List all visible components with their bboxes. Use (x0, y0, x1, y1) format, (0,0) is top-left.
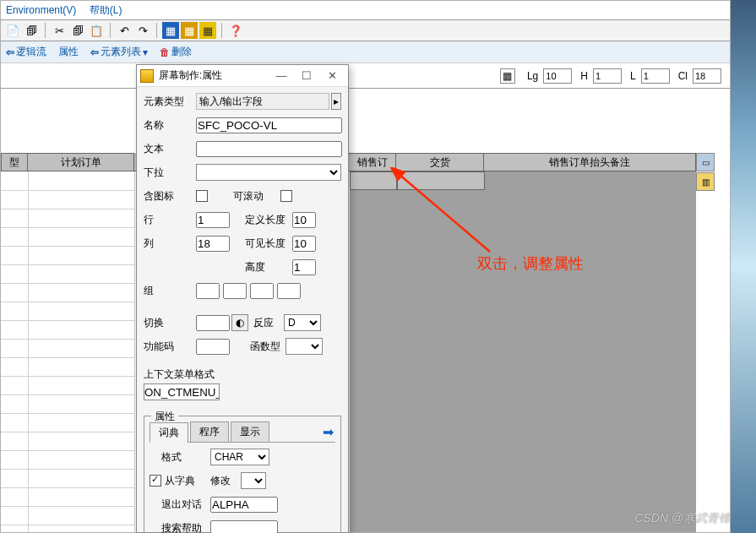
text-label: 文本 (144, 142, 196, 156)
col-sales-note[interactable]: 销售订单抬头备注 (484, 153, 696, 171)
tab-display[interactable]: 显示 (231, 422, 269, 442)
h-input[interactable] (593, 68, 622, 84)
modify-label: 修改 (210, 474, 241, 488)
toolbar-color-blue[interactable]: ▦ (162, 22, 179, 39)
lg-label: Lg (527, 70, 538, 82)
switch-input[interactable] (196, 315, 230, 331)
ctxmenu-input[interactable] (144, 383, 220, 400)
react-select[interactable]: D (284, 314, 321, 331)
format-label: 格式 (161, 450, 210, 465)
scrollable-label: 可滚动 (233, 189, 280, 204)
undo-icon[interactable]: ↶ (116, 22, 133, 39)
minimize-icon[interactable]: — (269, 68, 294, 84)
toolbar: 📄 🗐 ✂ 🗐 📋 ↶ ↷ ▦ ▦ ▦ ❓ (1, 19, 730, 41)
maximize-icon[interactable]: ☐ (294, 68, 319, 84)
search-label: 搜索帮助 (161, 521, 210, 534)
app-window: Environment(V) 帮助(L) 📄 🗐 ✂ 🗐 📋 ↶ ↷ ▦ ▦ ▦… (0, 0, 731, 533)
toolbar-color-orange[interactable]: ▦ (181, 22, 198, 39)
vislen-input[interactable] (292, 236, 316, 252)
height-label: 高度 (245, 260, 292, 275)
exit-label: 退出对话 (161, 498, 210, 512)
help-icon[interactable]: ❓ (227, 22, 244, 39)
name-label: 名称 (144, 118, 196, 133)
subbar-remove[interactable]: 🗑删除 (160, 45, 192, 59)
subbar-logic[interactable]: ⇦逻辑流 (6, 45, 46, 59)
toolbar-btn-2[interactable]: 🗐 (23, 22, 40, 39)
hasicon-label: 含图标 (144, 189, 196, 204)
name-input[interactable] (196, 117, 342, 133)
dialog-icon (140, 69, 154, 83)
ftype-label: 函数型 (250, 340, 286, 354)
tab-next-icon[interactable]: ➡ (323, 424, 335, 440)
menu-environment[interactable]: Environment(V) (6, 4, 76, 16)
group1-input[interactable] (196, 283, 220, 299)
group-label: 组 (144, 284, 196, 298)
subbar-attr[interactable]: 属性 (58, 45, 79, 59)
editor-canvas[interactable]: 型 计划订单 销售订 交货 销售订单抬头备注 ▭ ▥ (1, 92, 730, 532)
group3-input[interactable] (250, 283, 274, 299)
cut-icon[interactable]: ✂ (51, 22, 68, 39)
height-input[interactable] (292, 259, 316, 275)
l-label: L (630, 70, 636, 82)
menu-help[interactable]: 帮助(L) (90, 4, 122, 16)
redo-icon[interactable]: ↷ (134, 22, 151, 39)
properties-dialog: 屏幕制作:属性 — ☐ ✕ 元素类型 ▸ 名称 文本 下拉 含图标 可滚动 (136, 64, 349, 533)
dropdown-label: 下拉 (144, 166, 196, 180)
format-select[interactable]: CHAR (210, 449, 269, 465)
lg-input[interactable] (543, 68, 572, 84)
fromdict-label: 从字典 (165, 474, 210, 488)
col-sales-order[interactable]: 销售订 (349, 153, 396, 171)
modify-select[interactable] (241, 472, 266, 489)
vislen-label: 可见长度 (245, 237, 292, 251)
annotation-text: 双击，调整属性 (477, 253, 584, 274)
elem-type-label: 元素类型 (144, 95, 196, 109)
toolbar-color-yellow[interactable]: ▦ (199, 22, 216, 39)
hasicon-checkbox[interactable] (196, 190, 208, 202)
fcode-input[interactable] (196, 339, 230, 355)
fcode-label: 功能码 (144, 340, 196, 354)
dropdown-select[interactable] (196, 164, 341, 181)
col-label: 列 (144, 237, 196, 251)
col-input[interactable] (196, 236, 230, 252)
ftype-select[interactable] (286, 338, 323, 355)
deflen-input[interactable] (292, 212, 316, 228)
watermark: CSDN @寒武青锋 (634, 511, 731, 526)
close-icon[interactable]: ✕ (319, 68, 345, 84)
col-type[interactable]: 型 (1, 153, 28, 171)
tab-dictionary[interactable]: 词典 (150, 422, 188, 443)
toolbar-btn-1[interactable]: 📄 (4, 22, 21, 39)
deflen-label: 定义长度 (245, 213, 292, 227)
group2-input[interactable] (223, 283, 247, 299)
react-label: 反应 (253, 316, 284, 330)
col-plan-order[interactable]: 计划订单 (28, 153, 134, 171)
element-palette: ▭ ▥ (696, 153, 718, 192)
l-input[interactable] (641, 68, 670, 84)
scrollable-checkbox[interactable] (280, 190, 292, 202)
fromdict-checkbox[interactable] (150, 475, 161, 487)
text-input[interactable] (196, 141, 342, 157)
col-delivery[interactable]: 交货 (396, 153, 484, 171)
ctxmenu-label: 上下文菜单格式 (144, 367, 341, 382)
cl-label: Cl (678, 70, 688, 82)
tab-program[interactable]: 程序 (190, 422, 229, 442)
dialog-titlebar[interactable]: 屏幕制作:属性 — ☐ ✕ (137, 65, 348, 87)
copy-icon[interactable]: 🗐 (69, 22, 86, 39)
paste-icon[interactable]: 📋 (88, 22, 105, 39)
search-input[interactable] (210, 520, 278, 534)
cl-input[interactable] (693, 68, 721, 84)
switch-picker-icon[interactable]: ◐ (231, 314, 248, 331)
group4-input[interactable] (277, 283, 301, 299)
menubar: Environment(V) 帮助(L) (1, 1, 730, 19)
subbar-elemlist[interactable]: ⇦元素列表▾ (90, 45, 148, 59)
elem-type-field (196, 93, 329, 110)
h-label: H (580, 70, 588, 82)
row-input[interactable] (196, 212, 230, 228)
exit-input[interactable] (210, 497, 278, 513)
palette-layout[interactable]: ▥ (696, 172, 715, 191)
canvas-inactive (350, 171, 696, 532)
desktop-edge (731, 0, 756, 533)
grid-icon[interactable]: ▦ (500, 68, 515, 84)
elem-type-picker-icon[interactable]: ▸ (331, 93, 341, 110)
palette-control[interactable]: ▭ (696, 153, 715, 171)
switch-label: 切换 (144, 316, 196, 330)
